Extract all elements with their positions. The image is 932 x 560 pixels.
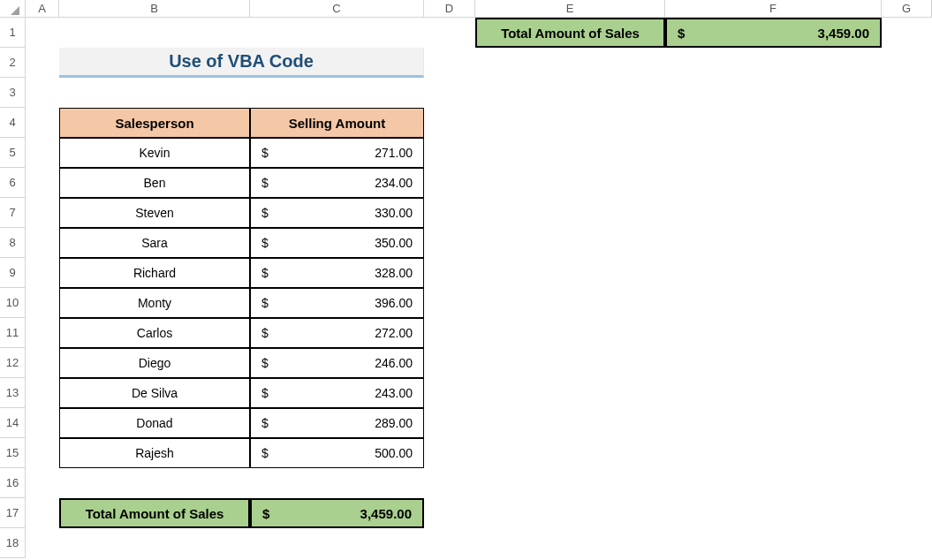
table-row[interactable]: Steven <box>59 198 250 228</box>
row-header-8[interactable]: 8 <box>0 228 26 258</box>
currency-symbol: $ <box>261 206 269 220</box>
row-header-1[interactable]: 1 <box>0 18 26 48</box>
table-row[interactable]: $330.00 <box>250 198 424 228</box>
row-header-16[interactable]: 16 <box>0 468 26 498</box>
header-salesperson[interactable]: Salesperson <box>59 108 250 138</box>
row-header-14[interactable]: 14 <box>0 408 26 438</box>
amount-value: 246.00 <box>269 356 413 370</box>
table-row[interactable]: Kevin <box>59 138 250 168</box>
currency-symbol: $ <box>261 386 269 400</box>
amount-value: 330.00 <box>269 206 413 220</box>
col-header-A[interactable]: A <box>26 0 59 18</box>
table-row[interactable]: Diego <box>59 348 250 378</box>
row-header-13[interactable]: 13 <box>0 378 26 408</box>
amount-value: 289.00 <box>269 416 413 430</box>
total-amount: 3,459.00 <box>685 26 869 41</box>
table-row[interactable]: Sara <box>59 228 250 258</box>
col-header-E[interactable]: E <box>475 0 665 18</box>
amount-value: 328.00 <box>269 266 413 280</box>
table-row[interactable]: $289.00 <box>250 408 424 438</box>
table-row[interactable]: De Silva <box>59 378 250 408</box>
row-header-2[interactable]: 2 <box>0 48 26 78</box>
row-header-5[interactable]: 5 <box>0 138 26 168</box>
col-header-D[interactable]: D <box>424 0 475 18</box>
table-row[interactable]: $243.00 <box>250 378 424 408</box>
amount-value: 350.00 <box>269 236 413 250</box>
row-header-15[interactable]: 15 <box>0 438 26 468</box>
select-all-corner[interactable] <box>0 0 26 18</box>
currency-symbol: $ <box>261 356 269 370</box>
row-header-10[interactable]: 10 <box>0 288 26 318</box>
amount-value: 234.00 <box>269 176 413 190</box>
table-row[interactable]: Donad <box>59 408 250 438</box>
currency-symbol: $ <box>261 266 269 280</box>
col-header-F[interactable]: F <box>665 0 882 18</box>
table-row[interactable]: Richard <box>59 258 250 288</box>
row-header-12[interactable]: 12 <box>0 348 26 378</box>
total-value-cell-top[interactable]: $3,459.00 <box>665 18 882 48</box>
amount-value: 271.00 <box>269 146 413 160</box>
table-row[interactable]: $272.00 <box>250 318 424 348</box>
col-header-G[interactable]: G <box>882 0 932 18</box>
currency-symbol: $ <box>261 296 269 310</box>
col-header-C[interactable]: C <box>250 0 424 18</box>
table-row[interactable]: $328.00 <box>250 258 424 288</box>
col-header-B[interactable]: B <box>59 0 250 18</box>
header-selling-amount[interactable]: Selling Amount <box>250 108 424 138</box>
row-header-6[interactable]: 6 <box>0 168 26 198</box>
row-header-4[interactable]: 4 <box>0 108 26 138</box>
table-row[interactable]: $234.00 <box>250 168 424 198</box>
currency-symbol: $ <box>261 146 269 160</box>
total-amount: 3,459.00 <box>269 506 412 521</box>
table-row[interactable]: $271.00 <box>250 138 424 168</box>
amount-value: 396.00 <box>269 296 413 310</box>
table-row[interactable]: Rajesh <box>59 438 250 468</box>
row-header-3[interactable]: 3 <box>0 78 26 108</box>
currency-symbol: $ <box>261 416 269 430</box>
currency-symbol: $ <box>262 506 269 521</box>
amount-value: 272.00 <box>269 326 413 340</box>
amount-value: 500.00 <box>269 446 413 460</box>
currency-symbol: $ <box>261 326 269 340</box>
row-header-17[interactable]: 17 <box>0 498 26 528</box>
row-header-18[interactable]: 18 <box>0 528 26 558</box>
total-label-cell-top[interactable]: Total Amount of Sales <box>475 18 665 48</box>
total-label-cell[interactable]: Total Amount of Sales <box>59 498 250 528</box>
currency-symbol: $ <box>261 446 269 460</box>
row-header-7[interactable]: 7 <box>0 198 26 228</box>
table-row[interactable]: $396.00 <box>250 288 424 318</box>
table-row[interactable]: $246.00 <box>250 348 424 378</box>
currency-symbol: $ <box>678 26 685 41</box>
table-row[interactable]: Ben <box>59 168 250 198</box>
total-value-cell[interactable]: $3,459.00 <box>250 498 424 528</box>
page-title[interactable]: Use of VBA Code <box>59 48 424 78</box>
table-row[interactable]: $350.00 <box>250 228 424 258</box>
row-header-9[interactable]: 9 <box>0 258 26 288</box>
currency-symbol: $ <box>261 236 269 250</box>
spreadsheet-grid: A B C D E F G 1 2 3 4 5 6 7 8 9 10 11 12… <box>0 0 932 558</box>
amount-value: 243.00 <box>269 386 413 400</box>
row-header-11[interactable]: 11 <box>0 318 26 348</box>
currency-symbol: $ <box>261 176 269 190</box>
table-row[interactable]: Carlos <box>59 318 250 348</box>
table-row[interactable]: $500.00 <box>250 438 424 468</box>
table-row[interactable]: Monty <box>59 288 250 318</box>
